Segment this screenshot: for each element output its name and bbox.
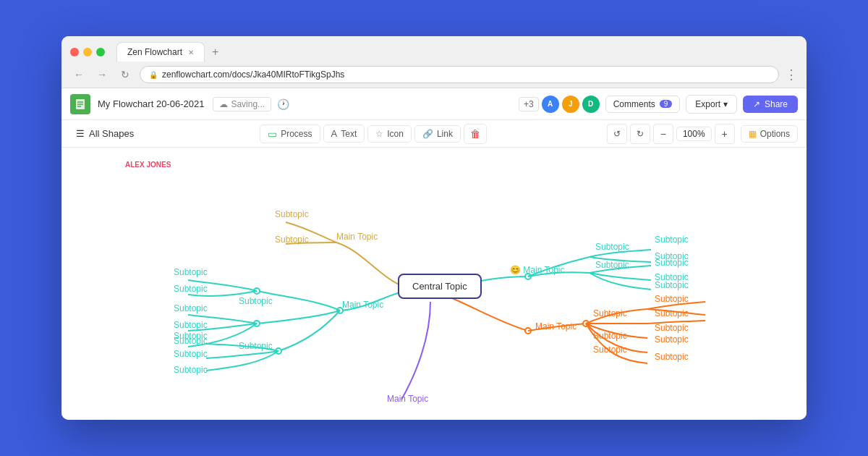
history-button[interactable]: 🕐 (277, 98, 289, 110)
share-button[interactable]: ↗ Share (743, 96, 798, 113)
toolbar-right: +3 A J D Comments 9 Export ▾ ↗ Share (519, 95, 798, 114)
subtopic-tm1[interactable]: Subtopic (239, 296, 273, 306)
subtopic-or5[interactable]: Subtopic (655, 334, 689, 345)
subtopic-tr3[interactable]: Subtopic (655, 235, 689, 245)
link-icon: 🔗 (422, 129, 433, 139)
saving-badge: ☁ Saving... (213, 97, 271, 111)
options-icon: ▦ (749, 129, 757, 139)
redo-button[interactable]: ↻ (630, 124, 650, 144)
share-icon: ↗ (753, 99, 760, 109)
delete-button[interactable]: 🗑 (464, 124, 487, 144)
browser-chrome: Zen Flowchart ✕ + ← → ↻ 🔒 zenflowchart.c… (61, 36, 807, 88)
star-icon: ☆ (375, 129, 383, 139)
text-button[interactable]: A Text (323, 124, 365, 143)
lock-icon: 🔒 (149, 71, 158, 79)
subtopic-ll2[interactable]: Subtopic (174, 349, 208, 359)
subtopic-tl2[interactable]: Subtopic (174, 284, 208, 294)
active-tab[interactable]: Zen Flowchart ✕ (116, 42, 205, 62)
subtopic-o1[interactable]: Subtopic (593, 308, 627, 318)
zoom-in-button[interactable]: + (715, 124, 735, 144)
link-button[interactable]: 🔗 Link (414, 125, 461, 143)
more-options-button[interactable]: ⋮ (785, 67, 798, 83)
share-label: Share (765, 99, 788, 109)
forward-button[interactable]: → (93, 66, 111, 83)
export-button[interactable]: Export ▾ (686, 95, 737, 114)
menu-icon: ☰ (76, 128, 85, 139)
main-topic-purple[interactable]: Main Topic (387, 394, 428, 404)
subtopic-ml1[interactable]: Subtopic (174, 303, 208, 313)
subtopic-tl1[interactable]: Subtopic (174, 267, 208, 277)
subtopic-tr1[interactable]: Subtopic (595, 242, 629, 252)
collaborator-count: +3 (519, 97, 539, 111)
shapes-label: All Shapes (89, 128, 134, 139)
subtopic-ml2[interactable]: Subtopic (174, 320, 208, 330)
options-label: Options (760, 129, 790, 139)
comments-label: Comments (613, 99, 655, 109)
avatar-j: J (562, 96, 579, 113)
main-topic-teal-left[interactable]: Main Topic (342, 300, 383, 310)
main-topic-emoji[interactable]: 😊 Main Topic (510, 265, 564, 275)
undo-button[interactable]: ↺ (607, 124, 627, 144)
subtopic-or3[interactable]: Subtopic (655, 323, 689, 333)
subtopic-tr7[interactable]: Subtopic (655, 280, 689, 290)
saving-label: Saving... (231, 99, 265, 109)
process-label: Process (281, 129, 312, 139)
collaborators: +3 A J D (519, 96, 600, 113)
secondary-toolbar: ☰ All Shapes ▭ Process A Text ☆ Icon 🔗 L… (61, 120, 807, 148)
tab-close-icon[interactable]: ✕ (188, 48, 194, 56)
doc-svg-icon (75, 98, 86, 110)
subtopic-tr2[interactable]: Subtopic (595, 260, 629, 270)
subtopic-or2[interactable]: Subtopic (655, 308, 689, 318)
app-toolbar: My Flowchart 20-06-2021 ☁ Saving... 🕐 +3… (61, 88, 807, 120)
subtopic-y1[interactable]: Subtopic (275, 209, 309, 219)
avatar-d: D (582, 96, 600, 113)
tab-title: Zen Flowchart (127, 47, 182, 57)
subtopic-or4[interactable]: Subtopic (593, 331, 627, 341)
zoom-level[interactable]: 100% (676, 127, 712, 141)
comments-count: 9 (660, 100, 673, 108)
doc-icon (70, 94, 90, 114)
tab-strip: Zen Flowchart ✕ + (116, 42, 223, 62)
subtopic-ll1[interactable]: Subtopic (174, 331, 208, 341)
back-button[interactable]: ← (70, 66, 88, 83)
subtopic-tr5[interactable]: Subtopic (655, 258, 689, 268)
trash-icon: 🗑 (470, 128, 480, 140)
minimize-button[interactable] (83, 48, 92, 56)
zoom-out-button[interactable]: − (653, 124, 673, 144)
subtopic-y2[interactable]: Subtopic (275, 235, 309, 245)
icon-button[interactable]: ☆ Icon (367, 125, 412, 143)
central-topic-node[interactable]: Central Topic (398, 274, 482, 299)
subtopic-ll4[interactable]: Subtopic (174, 365, 208, 375)
traffic-lights (70, 48, 105, 56)
options-button[interactable]: ▦ Options (741, 125, 798, 143)
avatar-a: A (542, 96, 559, 113)
subtopic-or6[interactable]: Subtopic (593, 345, 627, 355)
subtopic-or1[interactable]: Subtopic (655, 294, 689, 304)
cloud-icon: ☁ (219, 99, 228, 109)
tool-group: ▭ Process A Text ☆ Icon 🔗 Link 🗑 (260, 124, 487, 144)
central-topic-label: Central Topic (412, 281, 467, 292)
maximize-button[interactable] (96, 48, 105, 56)
new-tab-button[interactable]: + (208, 44, 223, 60)
subtopic-ll3[interactable]: Subtopic (239, 341, 273, 351)
url-text: zenflowchart.com/docs/Jka40MIRtoFTikgSpJ… (162, 69, 344, 80)
refresh-button[interactable]: ↻ (116, 66, 134, 83)
icon-label: Icon (387, 129, 404, 139)
canvas-area[interactable]: ALEX JONES (61, 148, 807, 420)
link-label: Link (437, 129, 453, 139)
process-button[interactable]: ▭ Process (260, 124, 320, 143)
chevron-down-icon: ▾ (723, 99, 728, 109)
comments-button[interactable]: Comments 9 (605, 96, 681, 113)
export-label: Export (695, 99, 720, 109)
text-icon: A (331, 128, 338, 139)
process-icon: ▭ (268, 128, 277, 140)
main-topic-orange[interactable]: Main Topic (535, 321, 576, 332)
browser-window: Zen Flowchart ✕ + ← → ↻ 🔒 zenflowchart.c… (61, 36, 807, 420)
close-button[interactable] (70, 48, 79, 56)
main-topic-yellow[interactable]: Main Topic (336, 232, 378, 242)
text-label: Text (341, 129, 357, 139)
subtopic-or7[interactable]: Subtopic (655, 352, 689, 362)
address-bar[interactable]: 🔒 zenflowchart.com/docs/Jka40MIRtoFTikgS… (140, 66, 779, 83)
doc-title: My Flowchart 20-06-2021 (98, 98, 204, 109)
shapes-button[interactable]: ☰ All Shapes (70, 125, 140, 142)
